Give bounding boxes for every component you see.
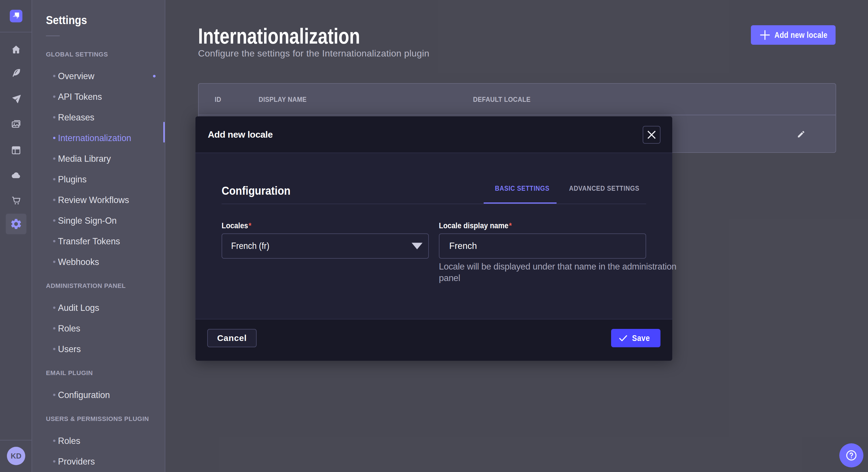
check-icon [618,333,628,343]
display-name-hint: Locale will be displayed under that name… [439,261,683,284]
modal-body: Configuration BASIC SETTINGS ADVANCED SE… [195,153,672,319]
modal-footer: Cancel Save [195,319,672,361]
divider [222,204,646,204]
save-button-label: Save [632,333,650,343]
tab-label: BASIC SETTINGS [495,185,549,193]
display-name-label: Locale display name* [439,221,512,231]
close-button[interactable] [643,126,660,144]
modal-title: Add new locale [208,129,273,140]
field-label-text: Locale display name [439,221,508,230]
modal-header: Add new locale [195,116,672,153]
cancel-button[interactable]: Cancel [207,329,257,347]
display-name-input[interactable] [439,233,646,259]
tabs: BASIC SETTINGS ADVANCED SETTINGS [484,185,647,204]
save-button[interactable]: Save [611,329,660,347]
tab-label: ADVANCED SETTINGS [569,185,640,193]
tab-advanced-settings[interactable]: ADVANCED SETTINGS [557,185,647,204]
caret-down-icon [412,243,423,249]
add-locale-modal: Add new locale Configuration BASIC SETTI… [195,116,672,361]
tab-basic-settings[interactable]: BASIC SETTINGS [484,185,557,204]
field-label-text: Locales [222,221,248,230]
required-asterisk: * [508,221,512,230]
app-root: KD Settings GLOBAL SETTINGS Overview API… [0,0,868,472]
locales-select-value: French (fr) [222,241,269,251]
locales-label: Locales* [222,221,251,231]
required-asterisk: * [248,221,251,230]
locales-select[interactable]: French (fr) [222,233,429,259]
close-icon [645,129,658,141]
configuration-title: Configuration [222,184,290,198]
